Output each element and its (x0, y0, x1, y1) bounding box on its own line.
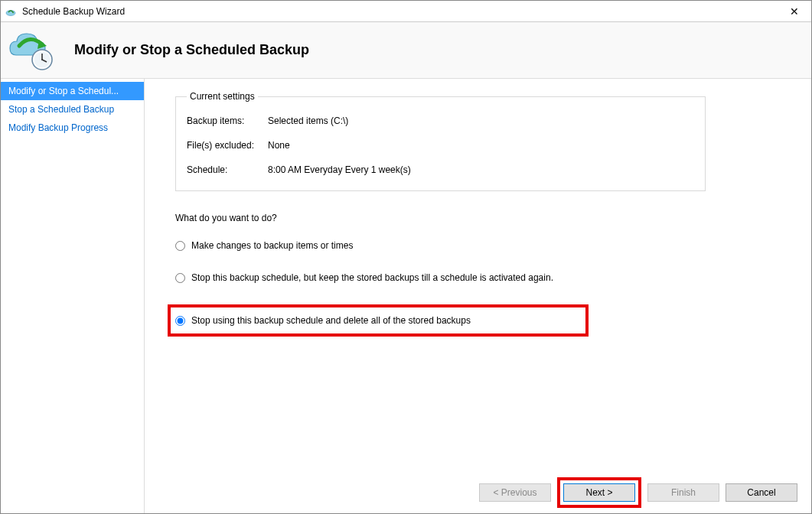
radio-stop-keep[interactable] (175, 273, 185, 283)
close-icon: ✕ (790, 5, 799, 18)
highlight-option-stop-delete: Stop using this backup schedule and dele… (168, 304, 589, 337)
content-area: Current settings Backup items: Selected … (145, 79, 811, 472)
highlight-next-button: Next > (557, 477, 641, 508)
next-button[interactable]: Next > (563, 483, 635, 502)
svg-point-7 (41, 59, 43, 60)
current-settings-group: Current settings Backup items: Selected … (175, 91, 706, 191)
settings-row-backup-items: Backup items: Selected items (C:\) (187, 115, 694, 126)
page-heading: Modify or Stop a Scheduled Backup (74, 42, 309, 58)
settings-row-schedule: Schedule: 8:00 AM Everyday Every 1 week(… (187, 164, 694, 175)
option-make-changes[interactable]: Make changes to backup items or times (175, 240, 790, 251)
backup-app-icon (5, 5, 18, 18)
label-files-excluded: File(s) excluded: (187, 140, 268, 151)
label-schedule: Schedule: (187, 164, 268, 175)
settings-row-files-excluded: File(s) excluded: None (187, 140, 694, 151)
close-button[interactable]: ✕ (778, 1, 811, 22)
option-stop-delete-label: Stop using this backup schedule and dele… (191, 315, 471, 326)
question-text: What do you want to do? (175, 213, 790, 223)
current-settings-legend: Current settings (187, 91, 258, 102)
radio-make-changes[interactable] (175, 241, 185, 251)
finish-button: Finish (647, 483, 719, 502)
label-backup-items: Backup items: (187, 115, 268, 126)
wizard-window: Schedule Backup Wizard ✕ Modify or Stop … (0, 0, 812, 514)
sidebar: Modify or Stop a Schedul... Stop a Sched… (1, 79, 145, 513)
sidebar-step-modify-or-stop[interactable]: Modify or Stop a Schedul... (1, 82, 144, 100)
main-panel: Current settings Backup items: Selected … (145, 79, 811, 513)
previous-button: < Previous (479, 483, 551, 502)
value-backup-items: Selected items (C:\) (268, 115, 694, 126)
sidebar-step-modify-progress[interactable]: Modify Backup Progress (1, 119, 144, 137)
cancel-button[interactable]: Cancel (726, 483, 797, 502)
option-stop-delete[interactable]: Stop using this backup schedule and dele… (175, 315, 471, 326)
value-schedule: 8:00 AM Everyday Every 1 week(s) (268, 164, 694, 175)
radio-stop-delete[interactable] (175, 316, 185, 326)
footer-buttons: < Previous Next > Finish Cancel (145, 472, 811, 513)
title-bar: Schedule Backup Wizard ✕ (1, 1, 811, 22)
banner: Modify or Stop a Scheduled Backup (1, 22, 811, 79)
value-files-excluded: None (268, 140, 694, 151)
option-stop-keep-label: Stop this backup schedule, but keep the … (191, 272, 553, 283)
option-make-changes-label: Make changes to backup items or times (191, 240, 353, 251)
window-title: Schedule Backup Wizard (22, 6, 778, 17)
wizard-body: Modify or Stop a Schedul... Stop a Sched… (1, 79, 811, 513)
sidebar-step-stop-scheduled[interactable]: Stop a Scheduled Backup (1, 100, 144, 119)
option-stop-keep[interactable]: Stop this backup schedule, but keep the … (175, 272, 790, 283)
backup-wizard-icon (8, 29, 56, 72)
